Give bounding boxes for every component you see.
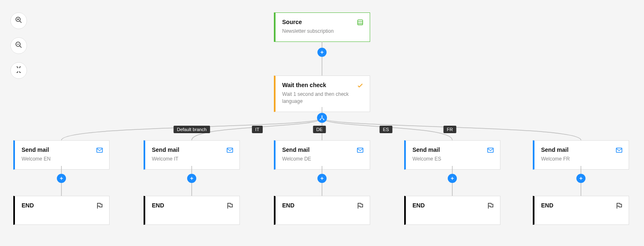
node-title: END — [412, 202, 493, 209]
branch-label-default: Default branch — [173, 126, 210, 133]
add-step-button[interactable] — [576, 174, 585, 183]
zoom-in-icon — [15, 16, 22, 25]
node-subtitle: Welcome EN — [22, 156, 102, 163]
svg-point-20 — [320, 119, 321, 120]
add-step-button[interactable] — [317, 174, 327, 183]
zoom-in-button[interactable] — [10, 12, 27, 29]
node-end[interactable]: END — [533, 196, 629, 225]
node-title: Send mail — [282, 146, 363, 153]
node-subtitle: Welcome IT — [152, 156, 233, 163]
add-step-button[interactable] — [57, 174, 66, 183]
node-subtitle: Welcome DE — [282, 156, 363, 163]
mail-icon — [226, 146, 234, 154]
node-title: Send mail — [22, 146, 102, 153]
check-icon — [356, 82, 364, 89]
node-title: END — [541, 202, 622, 209]
node-title: Send mail — [412, 146, 493, 153]
svg-line-1 — [20, 21, 22, 23]
node-subtitle: Welcome FR — [541, 156, 622, 163]
node-send-mail-de[interactable]: Send mail Welcome DE — [274, 140, 370, 170]
branch-label-it: IT — [252, 126, 263, 133]
node-end[interactable]: END — [13, 196, 110, 225]
node-title: Send mail — [541, 146, 622, 153]
add-step-button[interactable] — [448, 174, 457, 183]
node-end[interactable]: END — [274, 196, 370, 225]
svg-rect-14 — [358, 20, 363, 25]
zoom-out-icon — [15, 41, 22, 50]
flow-canvas[interactable]: Source Newsletter subscription Wait then… — [0, 0, 644, 246]
node-title: Send mail — [152, 146, 233, 153]
branch-label-fr: FR — [444, 126, 456, 133]
node-subtitle: Newsletter subscription — [282, 28, 363, 35]
node-title: END — [22, 202, 102, 209]
node-title: Source — [282, 19, 363, 25]
node-title: END — [282, 202, 363, 209]
node-source[interactable]: Source Newsletter subscription — [274, 12, 370, 42]
branch-split-icon[interactable] — [317, 113, 327, 123]
node-end[interactable]: END — [144, 196, 240, 225]
mail-icon — [356, 146, 364, 154]
fit-view-button[interactable] — [10, 62, 27, 79]
flag-icon — [615, 202, 623, 209]
branch-label-es: ES — [380, 126, 393, 133]
flag-icon — [226, 202, 234, 209]
node-send-mail-es[interactable]: Send mail Welcome ES — [404, 140, 500, 170]
node-end[interactable]: END — [404, 196, 500, 225]
zoom-out-button[interactable] — [10, 37, 27, 54]
flag-icon — [356, 202, 364, 209]
flag-icon — [487, 202, 494, 209]
node-subtitle: Wait 1 second and then check language — [282, 91, 363, 105]
list-icon — [356, 19, 364, 26]
node-send-mail-en[interactable]: Send mail Welcome EN — [13, 140, 110, 170]
node-send-mail-it[interactable]: Send mail Welcome IT — [144, 140, 240, 170]
node-send-mail-fr[interactable]: Send mail Welcome FR — [533, 140, 629, 170]
svg-point-19 — [322, 116, 322, 117]
fit-view-icon — [15, 66, 22, 75]
branch-label-de: DE — [313, 126, 326, 133]
mail-icon — [615, 146, 623, 154]
add-step-button[interactable] — [317, 48, 327, 57]
add-step-button[interactable] — [187, 174, 196, 183]
node-subtitle: Welcome ES — [412, 156, 493, 163]
node-wait-then-check[interactable]: Wait then check Wait 1 second and then c… — [274, 76, 370, 112]
node-title: Wait then check — [282, 82, 363, 88]
mail-icon — [487, 146, 494, 154]
mail-icon — [96, 146, 103, 154]
svg-line-5 — [20, 46, 22, 48]
flag-icon — [96, 202, 103, 209]
node-title: END — [152, 202, 233, 209]
svg-point-21 — [323, 119, 324, 120]
